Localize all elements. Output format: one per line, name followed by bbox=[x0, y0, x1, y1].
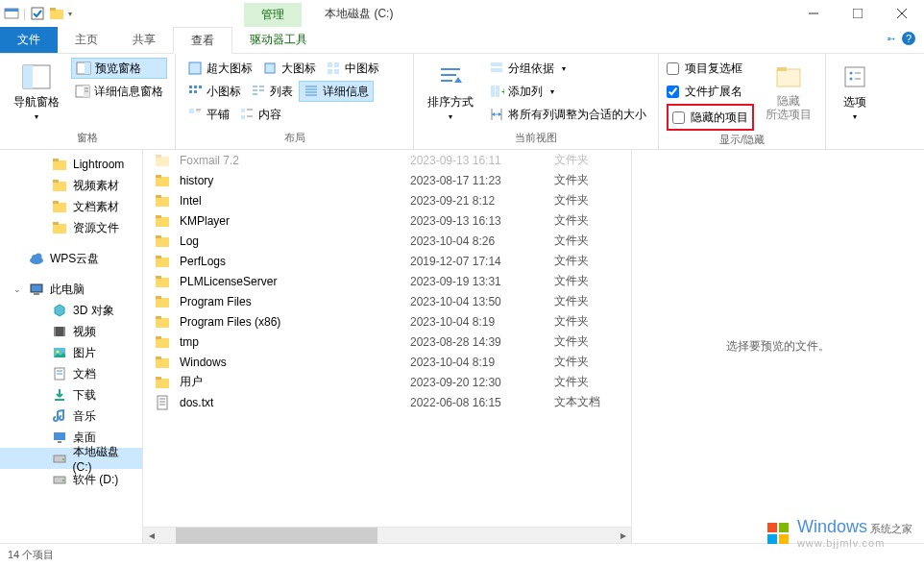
file-row[interactable]: dos.txt2022-06-08 16:15文本文档 bbox=[143, 392, 631, 412]
file-extensions-toggle[interactable]: 文件扩展名 bbox=[667, 81, 754, 102]
file-type: 文本文档 bbox=[554, 394, 631, 410]
tab-file[interactable]: 文件 bbox=[0, 27, 58, 53]
folder-qat-icon[interactable] bbox=[49, 6, 64, 21]
item-checkboxes-toggle[interactable]: 项目复选框 bbox=[667, 58, 754, 79]
file-name: dos.txt bbox=[180, 396, 401, 409]
options-button[interactable]: 选项 ▾ bbox=[834, 58, 876, 125]
scroll-right-arrow[interactable]: ▸ bbox=[615, 528, 631, 544]
folder-icon bbox=[155, 375, 170, 390]
nav-item-[interactable]: 资源文件 bbox=[0, 217, 142, 238]
tab-share[interactable]: 共享 bbox=[115, 27, 173, 53]
file-list[interactable]: Foxmail 7.22023-09-13 16:11文件夹history202… bbox=[143, 150, 631, 527]
file-row[interactable]: Foxmail 7.22023-09-13 16:11文件夹 bbox=[143, 150, 631, 170]
preview-pane-icon bbox=[76, 61, 91, 76]
svg-rect-95 bbox=[156, 175, 161, 178]
svg-rect-23 bbox=[328, 69, 332, 74]
file-row[interactable]: Intel2023-09-21 8:12文件夹 bbox=[143, 190, 631, 210]
layout-small[interactable]: 小图标 bbox=[183, 81, 245, 102]
nav-item-[interactable]: 音乐 bbox=[0, 406, 142, 427]
file-row[interactable]: Program Files (x86)2023-10-04 8:19文件夹 bbox=[143, 311, 631, 332]
nav-item-[interactable]: 文档素材 bbox=[0, 196, 142, 217]
svg-point-89 bbox=[62, 458, 64, 460]
video-icon bbox=[52, 324, 67, 339]
layout-extra-large[interactable]: 超大图标 bbox=[183, 58, 256, 79]
layout-tiles[interactable]: 平铺 bbox=[183, 104, 233, 125]
file-row[interactable]: Program Files2023-10-04 13:50文件夹 bbox=[143, 291, 631, 311]
close-button[interactable] bbox=[880, 0, 924, 27]
file-row[interactable]: Windows2023-10-04 8:19文件夹 bbox=[143, 352, 631, 372]
file-row[interactable]: KMPlayer2023-09-13 16:13文件夹 bbox=[143, 210, 631, 231]
file-row[interactable]: history2023-08-17 11:23文件夹 bbox=[143, 170, 631, 190]
preview-pane-button[interactable]: 预览窗格 bbox=[71, 58, 167, 79]
chevron-down-icon: ▾ bbox=[853, 112, 857, 121]
layout-content[interactable]: 内容 bbox=[235, 104, 285, 125]
sort-by-button[interactable]: 排序方式 ▾ bbox=[422, 58, 479, 125]
layout-medium[interactable]: 中图标 bbox=[322, 58, 383, 79]
file-date: 2023-10-04 8:19 bbox=[410, 315, 545, 329]
nav-item-lightroom[interactable]: Lightroom bbox=[0, 154, 142, 175]
file-date: 2023-09-19 13:31 bbox=[410, 275, 545, 288]
nav-item-[interactable]: ⌄此电脑 bbox=[0, 279, 142, 300]
tiles-icon bbox=[187, 107, 203, 122]
nav-item-[interactable]: 视频 bbox=[0, 321, 142, 342]
qat-dropdown[interactable]: ▾ bbox=[68, 10, 72, 18]
nav-item-label: 资源文件 bbox=[73, 220, 119, 236]
scroll-thumb[interactable] bbox=[176, 528, 377, 544]
nav-item-3d[interactable]: 3D 对象 bbox=[0, 300, 142, 321]
svg-rect-112 bbox=[156, 358, 169, 368]
hide-selected-button[interactable]: 隐藏 所选项目 bbox=[760, 58, 817, 126]
svg-rect-20 bbox=[265, 63, 275, 73]
nav-item-[interactable]: 图片 bbox=[0, 342, 142, 363]
nav-item-[interactable]: 文档 bbox=[0, 363, 142, 384]
tab-home[interactable]: 主页 bbox=[58, 27, 115, 53]
nav-item-[interactable]: 视频素材 bbox=[0, 175, 142, 196]
minimize-button[interactable] bbox=[791, 0, 836, 27]
layout-details[interactable]: 详细信息 bbox=[299, 81, 374, 102]
layout-list[interactable]: 列表 bbox=[247, 81, 297, 102]
file-row[interactable]: 用户2023-09-20 12:30文件夹 bbox=[143, 372, 631, 392]
ribbon-tabs: 文件 主页 共享 查看 驱动器工具 ➵ ? bbox=[0, 27, 924, 54]
qat-divider: | bbox=[23, 7, 26, 20]
tab-view[interactable]: 查看 bbox=[173, 27, 232, 54]
windows-logo-icon bbox=[766, 522, 790, 545]
ribbon-minimize-icon[interactable]: ➵ bbox=[887, 33, 895, 45]
details-pane-button[interactable]: 详细信息窗格 bbox=[71, 81, 167, 102]
nav-item-wps[interactable]: WPS云盘 bbox=[0, 248, 142, 269]
layout-large[interactable]: 大图标 bbox=[258, 58, 320, 79]
help-icon[interactable]: ? bbox=[901, 31, 916, 46]
hidden-items-toggle[interactable]: 隐藏的项目 bbox=[672, 107, 748, 128]
scroll-left-arrow[interactable]: ◂ bbox=[143, 528, 159, 544]
svg-rect-76 bbox=[34, 293, 39, 295]
3d-icon bbox=[52, 303, 67, 318]
svg-rect-12 bbox=[23, 65, 33, 88]
group-by-button[interactable]: 分组依据▾ bbox=[485, 58, 650, 79]
svg-rect-14 bbox=[85, 62, 90, 74]
horizontal-scrollbar[interactable]: ◂ ▸ bbox=[143, 527, 631, 543]
file-type: 文件夹 bbox=[554, 374, 631, 390]
drive-icon bbox=[52, 472, 67, 487]
file-row[interactable]: Log2023-10-04 8:26文件夹 bbox=[143, 231, 631, 251]
svg-rect-65 bbox=[53, 159, 59, 161]
file-row[interactable]: tmp2023-08-28 14:39文件夹 bbox=[143, 332, 631, 352]
svg-rect-116 bbox=[158, 396, 167, 409]
details-pane-icon bbox=[75, 84, 90, 99]
size-columns-button[interactable]: 将所有列调整为合适的大小 bbox=[485, 104, 650, 125]
nav-item-c[interactable]: 本地磁盘 (C:) bbox=[0, 448, 142, 469]
expand-icon[interactable]: ⌄ bbox=[13, 284, 23, 294]
navigation-pane-button[interactable]: 导航窗格 ▾ bbox=[8, 58, 65, 125]
maximize-button[interactable] bbox=[836, 0, 880, 27]
file-row[interactable]: PLMLicenseServer2023-09-19 13:31文件夹 bbox=[143, 271, 631, 291]
svg-point-60 bbox=[850, 72, 853, 75]
navigation-tree[interactable]: Lightroom视频素材文档素材资源文件WPS云盘⌄此电脑3D 对象视频图片文… bbox=[0, 150, 143, 543]
ribbon-group-show-hide: 项目复选框 文件扩展名 隐藏的项目 隐藏 所选项目 显示/隐藏 bbox=[659, 54, 826, 149]
add-columns-button[interactable]: +添加列▾ bbox=[485, 81, 650, 102]
checkbox-qat-icon[interactable] bbox=[30, 6, 45, 21]
folder-icon bbox=[155, 213, 170, 229]
tab-drive-tools[interactable]: 驱动器工具 bbox=[232, 27, 325, 53]
file-row[interactable]: PerfLogs2019-12-07 17:14文件夹 bbox=[143, 251, 631, 271]
file-type: 文件夹 bbox=[554, 313, 631, 330]
navigation-pane-label: 导航窗格 bbox=[13, 94, 60, 111]
svg-rect-78 bbox=[54, 327, 56, 336]
chevron-down-icon: ▾ bbox=[449, 112, 452, 121]
nav-item-[interactable]: 下载 bbox=[0, 384, 142, 406]
